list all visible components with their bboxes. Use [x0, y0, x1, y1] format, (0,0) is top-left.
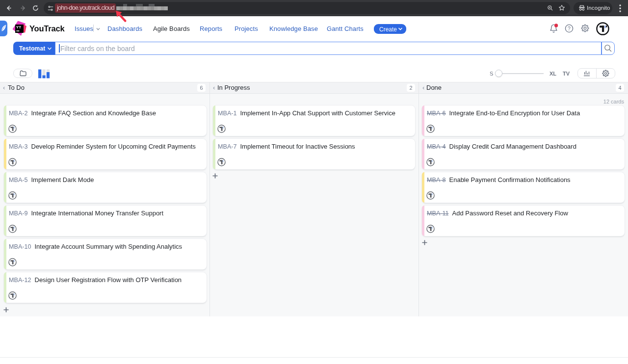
svg-text:YT: YT — [16, 25, 21, 29]
svg-text:?: ? — [568, 26, 571, 31]
